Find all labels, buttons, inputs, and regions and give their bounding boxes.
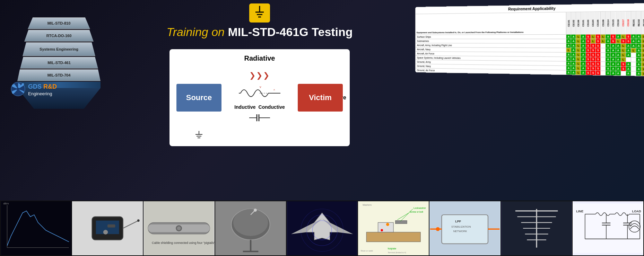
svg-text:dBm: dBm	[3, 202, 9, 205]
svg-text:v: v	[260, 85, 261, 89]
cell-r1-c14: A	[636, 39, 641, 43]
cell-r1-c11: S	[621, 39, 626, 43]
cell-r7-c13	[631, 67, 636, 71]
cell-r5-c14: A	[636, 58, 641, 62]
cell-r5-c7	[601, 57, 606, 62]
svg-rect-49	[395, 221, 407, 224]
cell-r6-c8: A	[606, 62, 611, 66]
cell-r2-c8: A	[606, 43, 611, 48]
victim-label: Victim	[309, 93, 332, 102]
cell-r4-c0: A	[566, 52, 571, 57]
cell-r8-c4: S	[586, 71, 591, 75]
cell-r4-c4: S	[586, 52, 591, 57]
cell-r7-c4: S	[586, 66, 591, 71]
cell-r5-c11: L	[621, 57, 626, 62]
cell-r4-c8: A	[606, 53, 611, 57]
cell-r3-c0: L	[566, 48, 571, 52]
bottom-image-dish	[215, 201, 286, 255]
cell-r6-c1: A	[571, 61, 576, 66]
center-area: Training on MIL-STD-461G Testing Radiati…	[104, 3, 415, 146]
requirement-table: Requirement Applicability Equipment and …	[415, 3, 644, 77]
col-ce101: CE101	[566, 12, 571, 35]
cell-r5-c8: A	[606, 57, 611, 62]
ground-symbol-icon	[253, 5, 267, 21]
cell-r6-c4: S	[586, 62, 591, 66]
cell-r7-c6: S	[595, 66, 600, 71]
bottom-image-filter: LPF STABILIZATION NETWORK	[429, 201, 500, 255]
cell-r8-c3: A	[581, 70, 586, 75]
svg-point-37	[233, 209, 268, 236]
cell-r5-c10: A	[616, 57, 621, 62]
cell-r3-c6: S	[595, 48, 600, 53]
bottom-strip: dBm Cable shielding connected using four…	[0, 201, 644, 256]
svg-rect-26	[107, 224, 115, 228]
col-cs103: CS103	[586, 12, 591, 34]
pyramid-layer-3: Systems Engineering	[23, 42, 95, 56]
col-cs114: CS114	[606, 11, 611, 34]
cell-r5-c1: A	[571, 57, 576, 61]
cell-r4-c15: L	[641, 53, 644, 57]
cell-r3-c11: L	[621, 48, 626, 53]
cell-r3-c14: A	[636, 48, 641, 53]
cell-r0-c4: S	[586, 34, 591, 39]
cell-r1-c3: A	[581, 39, 586, 43]
svg-rect-47	[366, 232, 420, 242]
cell-r0-c3: A	[581, 34, 586, 39]
cell-r5-c5: S	[591, 57, 595, 62]
emc-diagram: Radiative Capacitive Source ❯❯❯	[169, 49, 350, 146]
cell-r2-c5: S	[591, 43, 595, 48]
col-cs116: CS116	[616, 11, 621, 34]
cell-r0-c1: A	[571, 34, 576, 39]
cell-r7-c2: L	[576, 66, 581, 70]
victim-box: Victim	[298, 84, 343, 112]
cell-r8-c7	[601, 71, 606, 75]
cell-r2-c1: A	[571, 43, 576, 48]
svg-point-28	[137, 219, 140, 222]
svg-text:LINE: LINE	[576, 210, 583, 213]
bottom-image-spectrum: dBm	[1, 201, 71, 255]
cell-r5-c6: S	[595, 57, 600, 62]
col-cs105: CS105	[595, 12, 600, 35]
cell-r7-c8: A	[606, 66, 611, 71]
right-area: Requirement Applicability Equipment and …	[415, 7, 637, 72]
left-area: MIL-STD-810 RTCA-DO-160 Systems Engineer…	[7, 10, 104, 109]
svg-text:STABILIZATION: STABILIZATION	[451, 225, 471, 228]
cell-r6-c6: S	[595, 62, 600, 66]
cell-r0-c11: L	[621, 34, 626, 39]
svg-text:Cable shielding connected usin: Cable shielding connected using four "pi…	[152, 241, 215, 245]
cell-r3-c10: A	[616, 48, 621, 53]
cell-r6-c9: A	[611, 62, 616, 66]
emc-diagram-inner: Source ❯❯❯ v	[176, 56, 343, 139]
cell-r6-c11: S	[621, 62, 626, 67]
col-cs118: CS118	[626, 11, 631, 34]
cell-r4-c10: A	[616, 53, 621, 57]
cell-r6-c5: S	[591, 62, 595, 66]
svg-point-67	[436, 227, 440, 231]
pyramid-layer-4: MIL-STD-461	[20, 57, 98, 69]
cell-r1-c5: L	[591, 39, 595, 43]
cell-r6-c15: L	[641, 62, 644, 67]
cell-r4-c13	[631, 53, 636, 57]
svg-text:Terminal (limited to 4): Terminal (limited to 4)	[388, 251, 406, 254]
cell-r0-c7: L	[601, 34, 606, 39]
gds-engineering-label: Engineering	[28, 91, 52, 96]
cell-r8-c14: A	[636, 71, 641, 76]
bottom-image-aircraft	[287, 201, 357, 255]
svg-text:LOAD: LOAD	[632, 210, 641, 213]
ground-symbol-box	[249, 3, 270, 23]
cell-r1-c15: L	[641, 39, 644, 43]
ground-symbol-left	[194, 131, 204, 141]
col-re103: RE103	[641, 11, 644, 34]
cell-r8-c8: A	[606, 71, 611, 75]
svg-text:LPF: LPF	[455, 220, 461, 223]
cell-r2-c10: A	[616, 44, 621, 48]
cell-r4-c6: S	[595, 53, 600, 57]
cell-r6-c2: L	[576, 61, 581, 66]
cell-r2-c13: A	[631, 44, 636, 48]
svg-point-51	[381, 229, 383, 231]
cell-r4-c11: L	[621, 53, 626, 57]
cell-r7-c15: L	[641, 67, 644, 72]
cell-r7-c1: A	[571, 66, 576, 70]
col-cs115: CS115	[611, 11, 616, 34]
col-ce106: CE106	[576, 12, 581, 34]
